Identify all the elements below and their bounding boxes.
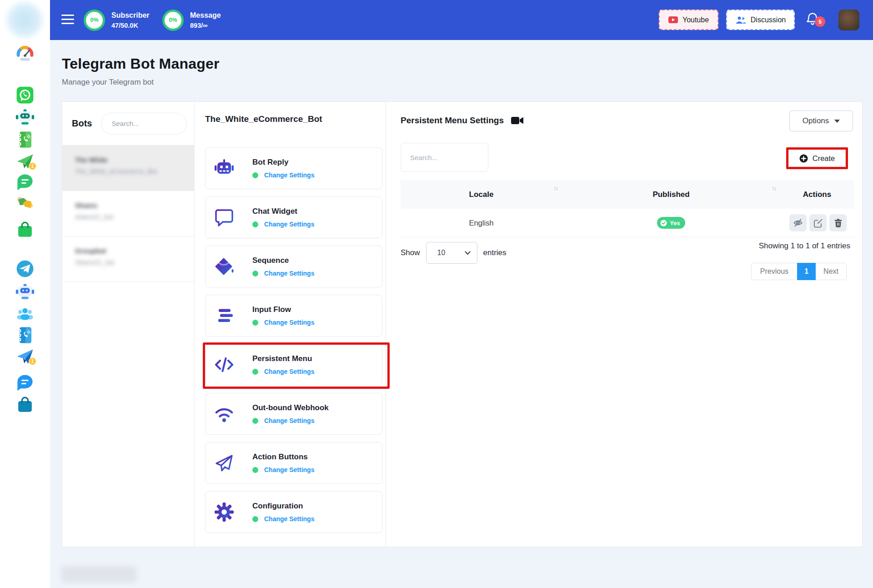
status-dot xyxy=(252,172,258,178)
feature-card-action-buttons[interactable]: Action Buttons Change Settings xyxy=(205,442,382,484)
feature-card-configuration[interactable]: Configuration Change Settings xyxy=(205,491,382,533)
menu-hamburger-icon[interactable] xyxy=(61,15,74,27)
column-header-locale: Locale ↑↓ xyxy=(401,190,562,199)
feature-card-chat-widget[interactable]: Chat Widget Change Settings xyxy=(205,196,382,238)
page-title: Telegram Bot Manager xyxy=(62,55,220,72)
options-button-label: Options xyxy=(803,116,829,126)
menu-search-input[interactable] xyxy=(401,143,488,172)
change-settings-link[interactable]: Change Settings xyxy=(252,417,329,424)
create-button[interactable]: Create xyxy=(788,150,846,167)
whatsapp-icon[interactable] xyxy=(15,85,35,105)
telegram-bot-icon[interactable] xyxy=(15,282,35,301)
telegram-icon[interactable] xyxy=(15,259,35,278)
whatsapp-broadcast-icon[interactable]: 1 xyxy=(15,152,35,171)
chevron-down-icon xyxy=(465,251,471,255)
discussion-button[interactable]: Discussion xyxy=(726,10,795,30)
status-dot xyxy=(252,369,258,375)
change-settings-link[interactable]: Change Settings xyxy=(252,221,314,228)
bots-search-input[interactable] xyxy=(101,113,187,135)
bot-name: Groupbot xyxy=(75,247,186,255)
video-camera-icon[interactable] xyxy=(511,116,523,125)
youtube-button-label: Youtube xyxy=(682,16,709,24)
app-logo[interactable] xyxy=(5,0,45,40)
subscriber-label: Subscriber xyxy=(111,11,150,20)
feature-card-label: Out-bound Webhook xyxy=(252,403,329,412)
subscriber-progress-ring: 0% xyxy=(84,10,105,31)
pagination: Previous 1 Next xyxy=(751,263,847,280)
edit-pencil-icon[interactable] xyxy=(809,214,827,231)
whatsapp-contacts-icon[interactable] xyxy=(15,130,35,149)
bot-list-item[interactable]: Groupbot Shams21_bot xyxy=(62,236,194,282)
telegram-broadcast-icon[interactable]: 1 xyxy=(15,347,35,366)
page-size-select[interactable]: 10 xyxy=(426,242,477,264)
subscriber-value: 47/50.0K xyxy=(111,22,150,29)
wifi-icon xyxy=(213,403,235,425)
table-summary: Showing 1 to 1 of 1 entries xyxy=(759,241,850,251)
telegram-contacts-icon[interactable] xyxy=(15,326,35,345)
message-label: Message xyxy=(190,11,221,20)
bot-list: The White The_White_eCommerce_Bot Shams … xyxy=(62,145,194,282)
next-page-button[interactable]: Next xyxy=(815,263,847,280)
bot-list-item[interactable]: Shams shams21_bot xyxy=(62,191,194,236)
feature-card-sequence[interactable]: Sequence Change Settings xyxy=(205,246,382,287)
telegram-group-icon[interactable] xyxy=(15,305,35,324)
table-row: English Yes xyxy=(401,209,854,237)
change-settings-link[interactable]: Change Settings xyxy=(252,319,314,326)
code-icon xyxy=(213,354,235,376)
feature-card-outbound-webhook[interactable]: Out-bound Webhook Change Settings xyxy=(205,393,382,435)
table-header-row: Locale ↑↓ Published ↑↓ Actions xyxy=(401,180,854,209)
locale-cell: English xyxy=(401,219,562,227)
telegram-shop-icon[interactable] xyxy=(15,395,35,414)
notification-count-badge: 5 xyxy=(815,16,825,27)
youtube-button[interactable]: Youtube xyxy=(659,10,718,30)
sort-icon[interactable]: ↑↓ xyxy=(553,185,557,191)
feature-card-label: Input Flow xyxy=(252,305,314,314)
change-settings-link[interactable]: Change Settings xyxy=(252,368,314,375)
telegram-chat-icon[interactable] xyxy=(15,373,35,392)
feature-card-bot-reply[interactable]: Bot Reply Change Settings xyxy=(205,147,382,189)
topbar: 0% Subscriber 47/50.0K 0% Message 893/∞ … xyxy=(50,0,873,40)
feature-card-label: Bot Reply xyxy=(252,158,314,167)
bot-name: Shams xyxy=(75,201,186,209)
whatsapp-integration-icon[interactable] xyxy=(15,193,35,212)
highlight-annotation: Create xyxy=(786,147,848,169)
diamond-fill-icon xyxy=(213,256,235,277)
delete-trash-icon[interactable] xyxy=(829,214,847,231)
bot-list-item[interactable]: The White The_White_eCommerce_Bot xyxy=(62,146,194,191)
current-page-button[interactable]: 1 xyxy=(797,263,816,280)
discussion-button-label: Discussion xyxy=(751,16,786,24)
create-button-label: Create xyxy=(813,154,835,163)
feature-card-input-flow[interactable]: Input Flow Change Settings xyxy=(205,295,382,337)
whatsapp-chat-icon[interactable] xyxy=(15,172,35,191)
page-size-value: 10 xyxy=(437,249,446,257)
change-settings-link[interactable]: Change Settings xyxy=(252,270,314,277)
dashboard-gauge-icon[interactable] xyxy=(15,44,35,63)
bars-icon xyxy=(213,305,235,327)
feature-card-label: Action Buttons xyxy=(252,452,314,462)
feature-card-label: Persistent Menu xyxy=(252,354,314,363)
feature-card-label: Configuration xyxy=(252,502,314,511)
chat-bubble-icon xyxy=(213,206,235,228)
status-dot xyxy=(252,221,258,227)
status-dot xyxy=(252,467,258,473)
feature-card-label: Sequence xyxy=(252,256,314,265)
robot-icon xyxy=(213,157,235,179)
message-progress-ring: 0% xyxy=(162,10,184,31)
locales-table: Locale ↑↓ Published ↑↓ Actions English xyxy=(401,180,854,237)
change-settings-link[interactable]: Change Settings xyxy=(252,466,314,473)
hide-eye-slash-icon[interactable] xyxy=(789,214,807,231)
change-settings-link[interactable]: Change Settings xyxy=(252,171,314,179)
column-header-actions: Actions xyxy=(780,190,854,199)
user-avatar[interactable] xyxy=(838,10,859,30)
options-button[interactable]: Options xyxy=(789,111,853,131)
sort-icon[interactable]: ↑↓ xyxy=(772,185,776,191)
whatsapp-bot-icon[interactable] xyxy=(15,107,35,126)
whatsapp-shop-icon[interactable] xyxy=(15,220,35,239)
feature-card-persistent-menu[interactable]: Persistent Menu Change Settings xyxy=(205,344,382,386)
entries-label: entries xyxy=(483,248,507,257)
previous-page-button[interactable]: Previous xyxy=(751,263,798,280)
show-label: Show xyxy=(401,248,420,257)
change-settings-link[interactable]: Change Settings xyxy=(252,515,314,523)
status-dot xyxy=(252,418,258,424)
published-cell: Yes xyxy=(562,217,780,229)
